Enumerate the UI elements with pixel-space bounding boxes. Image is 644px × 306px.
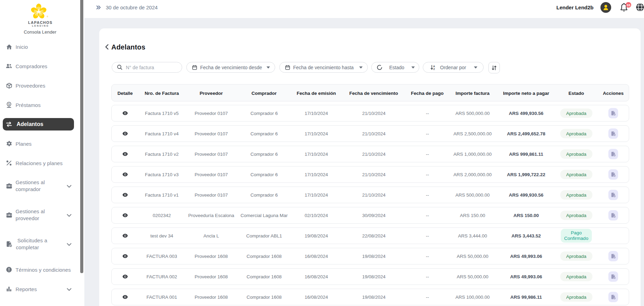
svg-text:Z: Z	[433, 68, 435, 70]
svg-text:®: ®	[47, 16, 48, 18]
svg-text:$: $	[8, 103, 10, 106]
